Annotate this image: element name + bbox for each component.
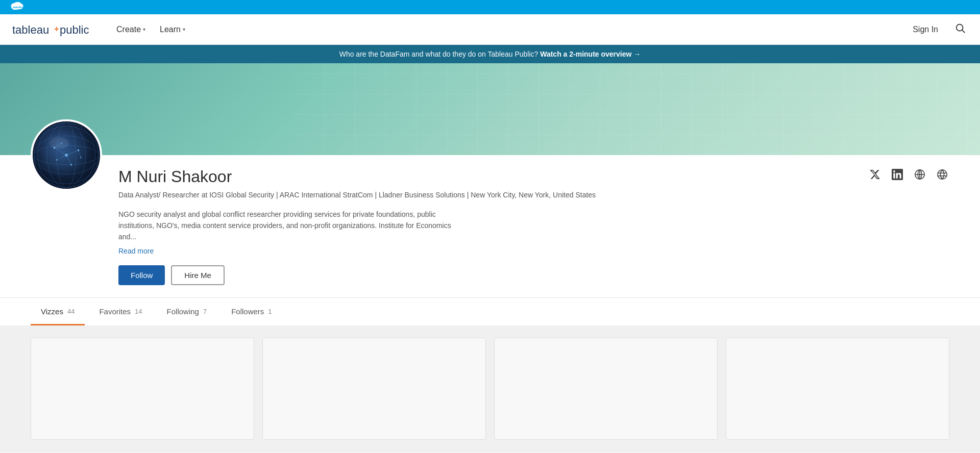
svg-text:+: + (54, 24, 59, 33)
svg-point-4 (957, 24, 963, 31)
banner-link[interactable]: Watch a 2-minute overview → (540, 50, 641, 58)
profile-name: M Nuri Shakoor (118, 167, 949, 186)
learn-label: Learn (160, 25, 181, 34)
follow-button[interactable]: Follow (118, 265, 165, 285)
hire-me-button[interactable]: Hire Me (171, 265, 225, 285)
profile-avatar-row: M Nuri Shakoor Data Analyst/ Researcher … (0, 155, 980, 297)
tab-favorites-label: Favorites (99, 307, 131, 316)
tab-following-count: 7 (203, 308, 207, 315)
nav-create[interactable]: Create ▾ (110, 21, 152, 38)
tab-favorites-count: 14 (135, 308, 142, 315)
tab-followers[interactable]: Followers 1 (221, 298, 282, 325)
promo-banner: Who are the DataFam and what do they do … (0, 45, 980, 63)
sign-in-button[interactable]: Sign In (906, 21, 944, 38)
svg-text:tableau: tableau (12, 23, 49, 36)
read-more-link[interactable]: Read more (118, 247, 949, 255)
svg-text:salesforce: salesforce (13, 6, 24, 9)
tableau-logo-svg: tableau + public (12, 20, 94, 39)
banner-text: Who are the DataFam and what do they do … (339, 50, 538, 58)
svg-point-30 (50, 137, 69, 149)
twitter-x-icon[interactable] (868, 167, 882, 182)
svg-text:public: public (60, 23, 89, 36)
svg-point-35 (938, 170, 947, 179)
viz-card-thumbnail (495, 338, 717, 439)
viz-card-thumbnail (263, 338, 485, 439)
salesforce-bar: salesforce salesforce (0, 0, 980, 14)
profile-header-background (0, 63, 980, 155)
tab-vizzes-count: 44 (67, 308, 75, 315)
website-icon[interactable] (913, 167, 927, 182)
avatar-container (31, 119, 102, 191)
tab-favorites[interactable]: Favorites 14 (89, 298, 152, 325)
viz-grid (31, 338, 949, 440)
tab-vizzes[interactable]: Vizzes 44 (31, 298, 85, 325)
search-icon (954, 22, 966, 34)
profile-bio: NGO security analyst and global conflict… (118, 209, 465, 243)
viz-card-thumbnail (31, 338, 254, 439)
avatar-globe-svg (33, 121, 100, 189)
avatar (31, 119, 102, 191)
profile-actions: Follow Hire Me (118, 265, 949, 285)
tab-vizzes-label: Vizzes (41, 307, 63, 316)
viz-card[interactable] (262, 338, 486, 440)
tab-following-label: Following (167, 307, 199, 316)
svg-point-29 (34, 122, 99, 188)
profile-content: M Nuri Shakoor Data Analyst/ Researcher … (0, 155, 980, 325)
tabs-row: Vizzes 44 Favorites 14 Following 7 Follo… (0, 297, 980, 325)
viz-card-thumbnail (726, 338, 949, 439)
nav-learn[interactable]: Learn ▾ (154, 21, 191, 38)
tab-following[interactable]: Following 7 (157, 298, 217, 325)
viz-card[interactable] (726, 338, 949, 440)
salesforce-logo[interactable]: salesforce salesforce (8, 2, 24, 12)
create-chevron-icon: ▾ (143, 27, 145, 32)
search-button[interactable] (952, 20, 968, 38)
create-label: Create (116, 25, 141, 34)
linkedin-icon[interactable] (890, 167, 904, 182)
viz-card[interactable] (494, 338, 718, 440)
tableau-public-logo[interactable]: tableau + public (12, 20, 94, 39)
salesforce-cloud-icon: salesforce (8, 2, 24, 12)
nav-right: Sign In (906, 20, 968, 38)
profile-info: M Nuri Shakoor Data Analyst/ Researcher … (102, 155, 949, 297)
profile-title: Data Analyst/ Researcher at IOSI Global … (118, 190, 949, 200)
nav-links: Create ▾ Learn ▾ (110, 21, 906, 38)
tab-followers-count: 1 (268, 308, 272, 315)
viz-card[interactable] (31, 338, 254, 440)
globe-icon[interactable] (935, 167, 949, 182)
learn-chevron-icon: ▾ (183, 27, 185, 32)
main-nav: tableau + public Create ▾ Learn ▾ Sign I… (0, 14, 980, 45)
social-icons (868, 167, 949, 182)
content-area (0, 325, 980, 452)
svg-line-5 (962, 30, 965, 33)
tab-followers-label: Followers (231, 307, 264, 316)
